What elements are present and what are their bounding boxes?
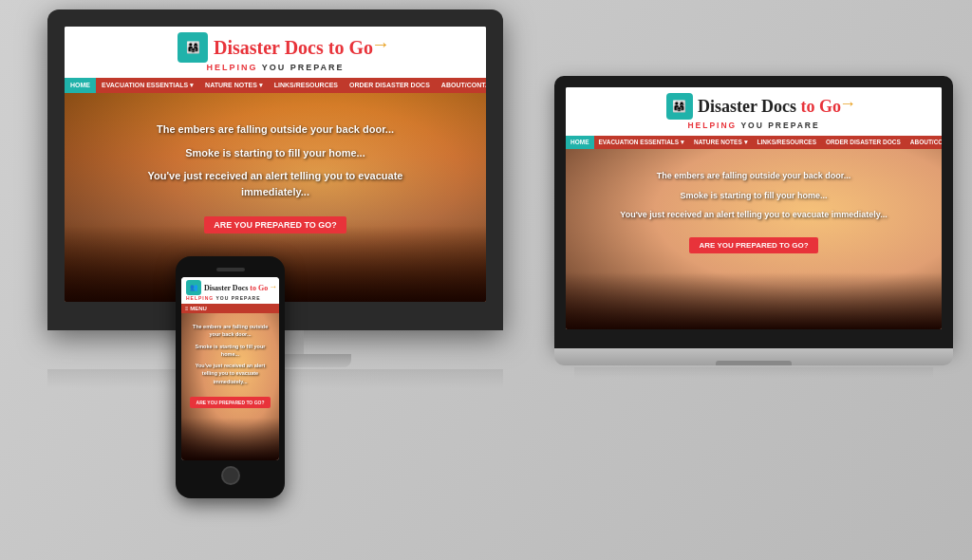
desktop-site-title: Disaster Docs to Go: [214, 37, 373, 59]
phone-tagline-helping: HELPING: [186, 295, 216, 301]
desktop-tagline: HELPING YOU PREPARE: [206, 63, 344, 72]
desktop-site-header: Disaster Docs to Go → HELPING YOU PREPAR…: [65, 27, 486, 78]
laptop-tagline-helping: HELPING: [687, 121, 740, 130]
phone-hero-line3: You've just received an alert telling yo…: [189, 362, 271, 385]
phone-hero-line1: The embers are falling outside your back…: [189, 323, 271, 339]
phone-arrow-icon: →: [269, 282, 277, 291]
phone-hamburger[interactable]: ≡ MENU: [185, 306, 207, 311]
laptop-nav-nature[interactable]: NATURE NOTES ▾: [689, 136, 753, 149]
phone-tagline-you: YOU PREPARE: [216, 295, 261, 301]
phone-site-header: 👥 Disaster Docs to Go → HELPING YOU PREP…: [181, 277, 279, 304]
nav-order[interactable]: ORDER DISASTER DOCS: [344, 78, 436, 93]
laptop-site-title: Disaster Docs to Go: [698, 97, 841, 117]
phone-home-button[interactable]: [221, 466, 240, 485]
nav-nature[interactable]: NATURE NOTES ▾: [199, 78, 269, 93]
laptop-arrow-icon: →: [839, 94, 856, 114]
laptop-title-part1: Disaster Docs: [698, 97, 796, 116]
desktop-logo-wrapper: Disaster Docs to Go →: [178, 32, 373, 63]
laptop-hero-line2: Smoke is starting to fill your home...: [613, 190, 894, 203]
phone-logo-wrapper: 👥 Disaster Docs to Go →: [186, 280, 268, 295]
title-part1: Disaster Docs: [214, 37, 324, 58]
laptop-tagline-you: YOU PREPARE: [740, 121, 819, 130]
phone-bezel: 👥 Disaster Docs to Go → HELPING YOU PREP…: [176, 256, 285, 498]
phone-tagline: HELPING YOU PREPARE: [186, 295, 261, 301]
phone-hero-line2: Smoke is starting to fill your home...: [189, 343, 271, 359]
phone-title-part1: Disaster Docs: [204, 284, 248, 292]
phone-hero-content: The embers are falling outside your back…: [181, 313, 279, 418]
arrow-icon: →: [371, 33, 390, 55]
laptop-nav-evacuation[interactable]: EVACUATION ESSENTIALS ▾: [594, 136, 689, 149]
desktop-logo-icon: [178, 32, 208, 63]
desktop-hero-line2: Smoke is starting to fill your home...: [122, 145, 429, 161]
laptop-bottom-panel: [554, 348, 953, 365]
laptop-hero-content: The embers are falling outside your back…: [566, 149, 942, 274]
tagline-helping: HELPING: [206, 63, 261, 72]
phone-screen: 👥 Disaster Docs to Go → HELPING YOU PREP…: [181, 277, 279, 460]
laptop-trees: [566, 272, 942, 329]
laptop-reflection: [574, 367, 933, 379]
laptop: Disaster Docs to Go → HELPING YOU PREPAR…: [554, 76, 953, 379]
laptop-nav-home[interactable]: HOME: [566, 136, 594, 149]
laptop-nav: HOME EVACUATION ESSENTIALS ▾ NATURE NOTE…: [566, 136, 942, 149]
desktop-hero-content: The embers are falling outside your back…: [65, 93, 486, 262]
nav-home[interactable]: HOME: [65, 78, 96, 93]
laptop-nav-about[interactable]: ABOUT/CONTACT: [906, 136, 942, 149]
laptop-logo-icon: [666, 93, 693, 120]
main-scene: Disaster Docs to Go → HELPING YOU PREPAR…: [0, 0, 972, 560]
phone-title-part2: to Go: [248, 284, 268, 292]
title-part2: to Go: [324, 37, 373, 58]
phone-hero: The embers are falling outside your back…: [181, 313, 279, 460]
phone-speaker: [216, 268, 245, 271]
nav-evacuation[interactable]: EVACUATION ESSENTIALS ▾: [96, 78, 199, 93]
laptop-nav-links[interactable]: LINKS/RESOURCES: [753, 136, 821, 149]
desktop-hero-line1: The embers are falling outside your back…: [122, 121, 429, 138]
laptop-tagline: HELPING YOU PREPARE: [687, 121, 819, 130]
phone-site-title: Disaster Docs to Go: [204, 284, 268, 292]
nav-about[interactable]: ABOUT/CONTACT: [436, 78, 486, 93]
laptop-hero-line3: You've just received an alert telling yo…: [613, 209, 894, 222]
phone-nav-bar: ≡ MENU: [181, 304, 279, 313]
laptop-site-header: Disaster Docs to Go → HELPING YOU PREPAR…: [566, 87, 942, 136]
phone-trees: [181, 418, 279, 460]
desktop-hero-line3: You've just received an alert telling yo…: [122, 168, 429, 199]
laptop-nav-order[interactable]: ORDER DISASTER DOCS: [821, 136, 906, 149]
mobile-phone: 👥 Disaster Docs to Go → HELPING YOU PREP…: [176, 256, 285, 498]
laptop-hero: The embers are falling outside your back…: [566, 149, 942, 329]
laptop-hero-line1: The embers are falling outside your back…: [613, 170, 894, 183]
laptop-hero-cta[interactable]: Are you prepared to go?: [689, 237, 817, 253]
desktop-hero-cta[interactable]: Are you prepared to go?: [204, 216, 346, 233]
phone-logo-icon: 👥: [186, 280, 201, 295]
phone-hero-cta[interactable]: Are you prepared to go?: [190, 397, 271, 408]
nav-links[interactable]: LINKS/RESOURCES: [269, 78, 344, 93]
desktop-nav: HOME EVACUATION ESSENTIALS ▾ NATURE NOTE…: [65, 78, 486, 93]
tagline-you: YOU PREPARE: [262, 63, 345, 72]
laptop-bezel: Disaster Docs to Go → HELPING YOU PREPAR…: [554, 76, 953, 348]
laptop-logo-wrapper: Disaster Docs to Go →: [666, 93, 841, 120]
laptop-screen: Disaster Docs to Go → HELPING YOU PREPAR…: [566, 87, 942, 329]
laptop-title-part2: to Go: [796, 97, 841, 116]
